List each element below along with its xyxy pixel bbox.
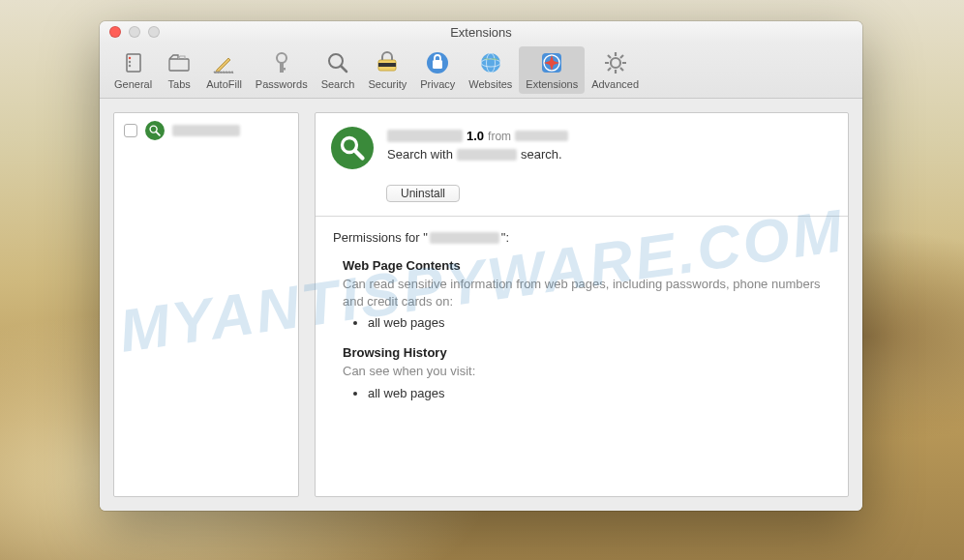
- extension-enable-checkbox[interactable]: [124, 124, 137, 137]
- permission-group: Browsing History Can see when you visit:…: [333, 345, 830, 400]
- passwords-icon: [268, 49, 295, 76]
- extension-title-line: 1.0 from: [387, 129, 832, 143]
- svg-line-29: [620, 55, 623, 58]
- tab-advanced[interactable]: Advanced: [585, 46, 646, 94]
- svg-line-26: [608, 55, 611, 58]
- extension-list-item[interactable]: [114, 113, 298, 148]
- tab-privacy[interactable]: Privacy: [413, 46, 462, 94]
- permission-title: Web Page Contents: [343, 258, 830, 273]
- permission-list-item: all web pages: [368, 315, 830, 330]
- toolbar-label: Tabs: [168, 78, 191, 90]
- toolbar-label: Privacy: [420, 78, 455, 90]
- svg-point-2: [128, 61, 130, 63]
- content-area: 1.0 from Search with search. Uninstall: [100, 99, 862, 511]
- svg-point-6: [277, 53, 286, 63]
- toolbar-label: Security: [368, 78, 407, 90]
- svg-line-33: [355, 151, 363, 159]
- svg-point-1: [128, 57, 130, 59]
- svg-rect-5: [214, 72, 233, 74]
- permission-list-item: all web pages: [368, 386, 830, 400]
- svg-rect-12: [378, 63, 396, 67]
- svg-rect-4: [169, 59, 189, 71]
- window-titlebar[interactable]: Extensions: [100, 21, 862, 43]
- extensions-icon: [538, 49, 565, 76]
- extension-name-redacted: [387, 130, 463, 142]
- tab-security[interactable]: Security: [361, 46, 413, 94]
- tab-extensions[interactable]: Extensions: [519, 46, 585, 94]
- permission-description: Can read sensitive information from web …: [343, 276, 830, 309]
- uninstall-row: Uninstall: [316, 179, 848, 216]
- window-title: Extensions: [100, 25, 862, 40]
- extension-description: Search with search.: [387, 147, 832, 162]
- svg-line-28: [608, 68, 611, 71]
- svg-point-21: [611, 58, 620, 68]
- tab-passwords[interactable]: Passwords: [249, 46, 315, 94]
- tab-autofill[interactable]: AutoFill: [199, 46, 249, 94]
- extension-author-redacted: [515, 131, 568, 141]
- extension-header: 1.0 from Search with search.: [316, 113, 848, 179]
- uninstall-button[interactable]: Uninstall: [386, 185, 460, 202]
- tab-websites[interactable]: Websites: [462, 46, 519, 94]
- autofill-icon: [210, 49, 237, 76]
- permission-description: Can see when you visit:: [343, 363, 830, 380]
- svg-rect-0: [127, 54, 140, 72]
- svg-point-15: [481, 53, 500, 73]
- toolbar-label: Extensions: [526, 78, 578, 90]
- desc-suffix: search.: [521, 147, 562, 162]
- toolbar-label: Websites: [468, 78, 512, 90]
- svg-line-31: [156, 132, 160, 135]
- tab-tabs[interactable]: Tabs: [159, 46, 199, 94]
- permissions-heading: Permissions for " ":: [333, 230, 830, 245]
- permissions-section: Permissions for " ": Web Page Contents C…: [316, 217, 848, 429]
- svg-point-3: [128, 65, 130, 67]
- tab-search[interactable]: Search: [315, 46, 362, 94]
- tabs-icon: [166, 49, 193, 76]
- extension-name-redacted: [172, 125, 240, 136]
- svg-line-27: [620, 68, 623, 71]
- extension-detail-panel: 1.0 from Search with search. Uninstall: [315, 112, 849, 497]
- extensions-sidebar: [113, 112, 299, 497]
- extension-info: 1.0 from Search with search.: [387, 127, 832, 169]
- websites-icon: [477, 49, 504, 76]
- perm-suffix: ":: [501, 230, 509, 245]
- search-icon: [324, 49, 351, 76]
- toolbar-label: AutoFill: [206, 78, 242, 90]
- extension-icon: [145, 121, 165, 140]
- desc-redacted: [457, 149, 517, 161]
- desc-prefix: Search with: [387, 147, 453, 162]
- svg-rect-8: [280, 68, 286, 71]
- toolbar-label: Search: [321, 78, 355, 90]
- permission-group: Web Page Contents Can read sensitive inf…: [333, 258, 830, 330]
- perm-prefix: Permissions for ": [333, 230, 428, 245]
- toolbar-label: Advanced: [591, 78, 639, 90]
- svg-rect-7: [280, 62, 284, 73]
- advanced-icon: [602, 49, 629, 76]
- preferences-window: Extensions General Tabs AutoFill Passwor…: [100, 21, 862, 511]
- tab-general[interactable]: General: [107, 46, 159, 94]
- extension-icon-large: [331, 127, 374, 169]
- privacy-icon: [424, 49, 451, 76]
- toolbar-label: Passwords: [256, 78, 308, 90]
- extension-from-label: from: [488, 130, 511, 143]
- permission-title: Browsing History: [343, 345, 830, 360]
- extension-version: 1.0: [467, 129, 484, 143]
- toolbar-label: General: [114, 78, 152, 90]
- svg-rect-14: [433, 60, 442, 69]
- security-icon: [374, 49, 401, 76]
- preferences-toolbar: General Tabs AutoFill Passwords Search: [100, 43, 862, 99]
- svg-line-10: [341, 66, 346, 72]
- general-icon: [120, 49, 147, 76]
- perm-name-redacted: [430, 232, 499, 244]
- permission-list: all web pages: [343, 315, 830, 330]
- permission-list: all web pages: [343, 386, 830, 400]
